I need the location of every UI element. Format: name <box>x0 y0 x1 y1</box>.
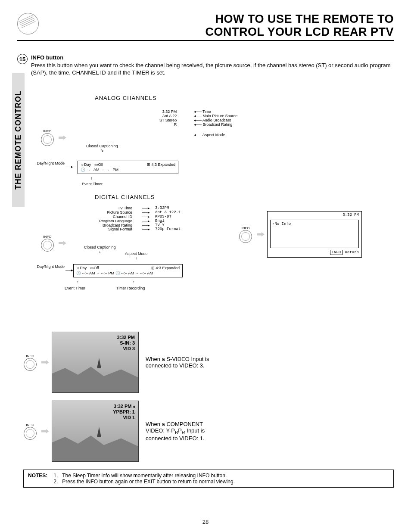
info-button-icon: INFO <box>22 423 39 440</box>
page-number: 28 <box>0 519 411 525</box>
note-item: 1. The Sleep Timer info will show moment… <box>53 473 235 479</box>
digital-bottom-osd: Day Off 4:3 Expanded --:-- AM → --:-- PM… <box>73 264 183 277</box>
title-line1: HOW TO USE THE REMOTE TO <box>205 13 394 26</box>
section-body: Press this button when you want to check… <box>31 62 391 76</box>
arrow-right-icon <box>59 241 66 246</box>
arrow-right-icon <box>257 232 265 236</box>
noinfo-return-btn: Return <box>345 250 359 255</box>
side-tab: THE REMOTE CONTROL <box>12 73 25 207</box>
tv-screen-svideo: 3:32 PM S-IN: 3 VID 3 <box>52 332 139 393</box>
ypbpr-time: 3:32 PM <box>114 404 132 409</box>
info-button-icon: INFO <box>237 226 254 243</box>
digital-left-labels: TV Time Picture Source Channel ID Progra… <box>99 206 132 232</box>
ypbpr-caption: When a COMPONENT VIDEO: Y-PBPR Input is … <box>146 421 223 442</box>
page-header: HOW TO USE THE REMOTE TO CONTROL YOUR LC… <box>17 13 394 41</box>
analog-channels-diagram: ANALOG CHANNELS 3:32 PM Ant A 22 ST Ster… <box>39 95 254 187</box>
arrow-right-icon <box>59 136 66 140</box>
ypbpr-diagram: INFO 3:32 PM ◂ YPBPR: 1 VID 1 When a COM… <box>22 401 246 462</box>
info-button-icon: INFO <box>22 354 39 371</box>
arrow-right-icon <box>41 429 49 433</box>
svideo-diagram: INFO 3:32 PM S-IN: 3 VID 3 When a S-VIDE… <box>22 332 246 393</box>
analog-cc-label: Closed Captioning ↘ <box>86 144 118 153</box>
svideo-line2: S-IN: 3 <box>117 340 135 346</box>
digital-aspect-label: Aspect Mode↓ <box>125 252 148 261</box>
no-info-diagram: INFO 3:32 PM ▫No Info INFO Return <box>237 211 362 258</box>
svideo-caption: When a S-VIDEO Input is connected to VID… <box>146 356 215 369</box>
analog-osd-values: 3:32 PM Ant A 22 ST Stereo R <box>159 110 177 127</box>
noinfo-text: No Info <box>274 222 291 226</box>
noinfo-info-btn: INFO <box>330 250 343 255</box>
brand-logo-icon <box>14 9 42 38</box>
section-title: INFO button <box>31 54 63 61</box>
digital-timer-recording-label: Timer Recording <box>116 286 145 291</box>
analog-osd-rating: R <box>159 123 177 127</box>
title-line2: CONTROL YOUR LCD REAR PTV <box>205 26 394 39</box>
section-number: 15 <box>17 54 28 64</box>
digital-event-timer-label: Event Timer <box>65 286 85 291</box>
svideo-line3: VID 3 <box>117 346 135 352</box>
note-item: 2. Press the INFO button again or the EX… <box>53 479 235 485</box>
digital-channels-diagram: DIGITAL CHANNELS TV Time Picture Source … <box>39 194 254 304</box>
arrow-right-icon <box>41 360 49 364</box>
section-info-button: 15 INFO button Press this button when yo… <box>17 54 394 77</box>
digital-daynight-label: Day/Night Mode <box>34 265 65 269</box>
analog-bottom-osd: Day Off 4:3 Expanded --:-- AM → --:-- PM <box>78 161 178 174</box>
analog-heading: ANALOG CHANNELS <box>95 95 254 101</box>
notes-label: NOTES: <box>28 473 47 485</box>
tv-screen-ypbpr: 3:32 PM ◂ YPBPR: 1 VID 1 <box>52 401 139 462</box>
digital-heading: DIGITAL CHANNELS <box>95 194 254 200</box>
page-title: HOW TO USE THE REMOTE TO CONTROL YOUR LC… <box>205 13 394 38</box>
no-info-osd: 3:32 PM ▫No Info INFO Return <box>267 211 362 258</box>
ypbpr-line2: YPBPR: 1 <box>113 409 135 415</box>
analog-daynight-label: Day/Night Mode <box>34 162 65 166</box>
notes-box: NOTES: 1. The Sleep Timer info will show… <box>23 470 394 488</box>
info-button-icon: INFO <box>39 235 56 252</box>
svideo-time: 3:32 PM <box>117 335 135 340</box>
analog-event-timer-label: Event Timer <box>82 182 103 187</box>
noinfo-time: 3:32 PM <box>270 213 359 218</box>
info-button-icon: INFO <box>39 129 56 146</box>
digital-cc-label: Closed Captioning↓ <box>84 246 116 254</box>
ypbpr-line3: VID 1 <box>113 415 135 420</box>
digital-osd-values: 3:32PM Ant A 122-1 KPBS-DT Engl TV-Y 720… <box>155 206 181 232</box>
analog-osd-labels: ◂── Time ◂── Main Picture Source ◂── Aud… <box>194 110 237 137</box>
